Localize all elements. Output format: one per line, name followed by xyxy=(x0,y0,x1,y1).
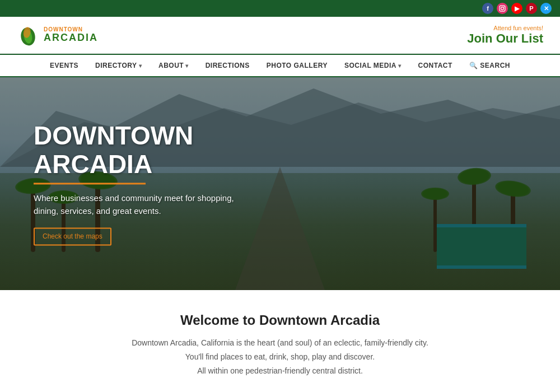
welcome-title: Welcome to Downtown Arcadia xyxy=(17,312,543,328)
welcome-line1: Downtown Arcadia, California is the hear… xyxy=(17,336,543,350)
hero-subtitle: Where businesses and community meet for … xyxy=(34,193,235,218)
nav-directions[interactable]: DIRECTIONS xyxy=(197,55,258,76)
nav-events[interactable]: EVENTS xyxy=(41,55,87,76)
svg-point-2 xyxy=(503,7,504,7)
attend-text: Attend fun events! xyxy=(467,25,543,31)
facebook-icon[interactable]: f xyxy=(482,3,493,14)
nav-photo-gallery[interactable]: PHOTO GALLERY xyxy=(258,55,336,76)
hero-section: DOWNTOWN ARCADIA Where businesses and co… xyxy=(0,77,560,290)
svg-rect-0 xyxy=(500,6,505,11)
search-label: SEARCH xyxy=(480,62,510,69)
welcome-section: Welcome to Downtown Arcadia Downtown Arc… xyxy=(0,290,560,392)
chevron-down-icon: ▾ xyxy=(398,63,402,69)
social-bar: f ▶ P ✕ xyxy=(0,0,560,17)
navigation: EVENTS DIRECTORY ▾ ABOUT ▾ DIRECTIONS PH… xyxy=(0,54,560,77)
instagram-icon[interactable] xyxy=(497,3,508,14)
nav-contact[interactable]: CONTACT xyxy=(410,55,461,76)
welcome-line3: All within one pedestrian-friendly centr… xyxy=(17,364,543,378)
join-area: Attend fun events! Join Our List xyxy=(467,25,543,46)
search-icon: 🔍 xyxy=(469,62,478,69)
join-link[interactable]: Join Our List xyxy=(467,31,543,46)
hero-divider xyxy=(34,183,146,185)
logo-icon xyxy=(17,22,39,48)
twitter-icon[interactable]: ✕ xyxy=(540,3,552,14)
pinterest-icon[interactable]: P xyxy=(526,3,537,14)
svg-point-1 xyxy=(501,7,504,10)
header: DOWNTOWN ARCADIA Attend fun events! Join… xyxy=(0,17,560,54)
youtube-icon[interactable]: ▶ xyxy=(511,3,522,14)
nav-search[interactable]: 🔍 SEARCH xyxy=(461,55,519,76)
welcome-line2: You'll find places to eat, drink, shop, … xyxy=(17,350,543,364)
nav-directory[interactable]: DIRECTORY ▾ xyxy=(87,55,150,76)
hero-content: DOWNTOWN ARCADIA Where businesses and co… xyxy=(34,122,235,245)
hero-title: DOWNTOWN ARCADIA xyxy=(34,122,235,178)
hero-cta-button[interactable]: Check out the maps xyxy=(34,228,111,246)
nav-social-media[interactable]: SOCIAL MEDIA ▾ xyxy=(336,55,410,76)
nav-about[interactable]: ABOUT ▾ xyxy=(150,55,197,76)
chevron-down-icon: ▾ xyxy=(185,63,189,69)
welcome-text: Downtown Arcadia, California is the hear… xyxy=(17,336,543,379)
chevron-down-icon: ▾ xyxy=(139,63,142,69)
logo[interactable]: DOWNTOWN ARCADIA xyxy=(17,22,98,48)
logo-text: DOWNTOWN ARCADIA xyxy=(44,26,98,44)
logo-line2: ARCADIA xyxy=(44,32,98,44)
